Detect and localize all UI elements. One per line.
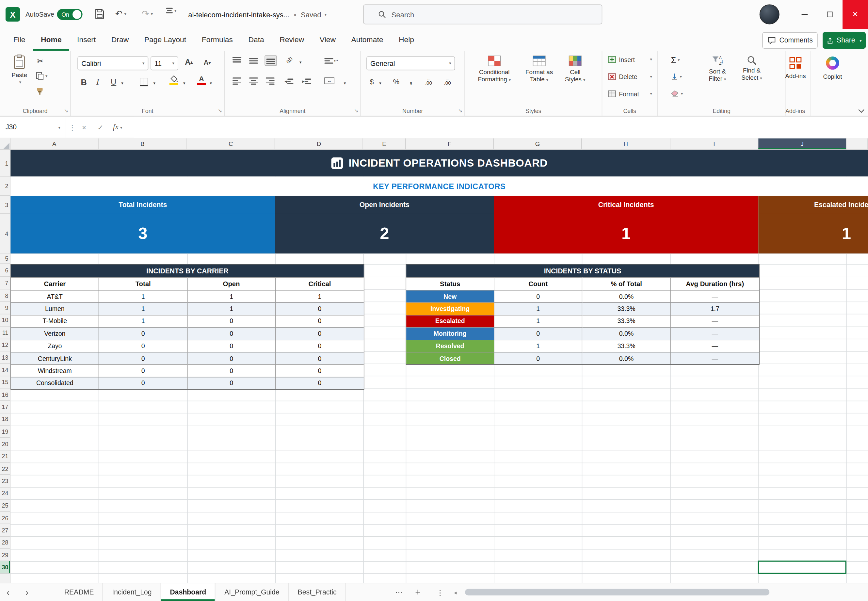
row-header-2[interactable]: 2: [0, 176, 10, 196]
document-title-area[interactable]: ai-telecom-incident-intake-sys... • Save…: [188, 0, 327, 29]
quick-access-toolbar-icon[interactable]: ▾: [166, 8, 177, 14]
column-header-B[interactable]: B: [99, 139, 187, 149]
row-header-28[interactable]: 28: [0, 537, 10, 549]
decrease-indent-button[interactable]: ◂: [285, 78, 293, 85]
row-header-15[interactable]: 15: [0, 376, 10, 389]
comma-style-button[interactable]: ,: [410, 75, 412, 86]
row-header-19[interactable]: 19: [0, 426, 10, 438]
column-header-C[interactable]: C: [187, 139, 275, 149]
status-header-cell[interactable]: Avg Duration (hrs): [671, 277, 759, 290]
cell[interactable]: —: [671, 315, 759, 327]
cell[interactable]: Windstream: [11, 364, 99, 377]
row-header-29[interactable]: 29: [0, 549, 10, 561]
cell[interactable]: 0: [495, 352, 583, 364]
cell[interactable]: 1: [99, 290, 187, 302]
cell[interactable]: 0: [276, 352, 364, 364]
cut-button[interactable]: ✂: [37, 56, 44, 65]
row-header-10[interactable]: 10: [0, 314, 10, 326]
cell[interactable]: 1: [99, 302, 187, 315]
bottom-align-button[interactable]: [265, 55, 277, 66]
kpi-value-4[interactable]: 1: [758, 214, 868, 253]
cell[interactable]: 1: [276, 290, 364, 302]
cancel-button[interactable]: ×: [82, 117, 86, 137]
cell[interactable]: AT&T: [11, 290, 99, 302]
ribbon-tab-view[interactable]: View: [312, 29, 344, 51]
cell[interactable]: 1: [99, 315, 187, 327]
delete-cells-button[interactable]: Delete ▾: [608, 73, 652, 80]
sheet-tab-best_practic[interactable]: Best_Practic: [289, 583, 346, 601]
fill-button[interactable]: ▾: [671, 73, 682, 80]
alignment-dialog-launcher[interactable]: ↘: [354, 108, 358, 113]
cell[interactable]: 0: [276, 377, 364, 389]
kpi-value-3[interactable]: 1: [494, 214, 758, 253]
row-header-24[interactable]: 24: [0, 487, 10, 500]
excel-logo-icon[interactable]: X: [6, 7, 20, 21]
format-painter-button[interactable]: [36, 87, 44, 95]
ribbon-tab-draw[interactable]: Draw: [104, 29, 137, 51]
find-select-button[interactable]: Find & Select▾: [735, 55, 768, 82]
copy-button[interactable]: ▾: [36, 72, 47, 80]
cell[interactable]: 0.0%: [582, 327, 671, 340]
grow-font-button[interactable]: A▴: [185, 58, 193, 66]
name-box[interactable]: J30 ▾: [0, 117, 65, 137]
align-left-button[interactable]: [233, 78, 241, 85]
select-all-button[interactable]: [0, 139, 11, 150]
status-cell[interactable]: New: [406, 290, 495, 302]
cell[interactable]: Zayo: [11, 340, 99, 352]
row-header-8[interactable]: 8: [0, 290, 10, 302]
font-size-combobox[interactable]: 11 ▾: [151, 56, 178, 70]
sort-filter-button[interactable]: AZ Sort & Filter▾: [702, 55, 733, 83]
clear-button[interactable]: ▾: [671, 90, 683, 97]
cell[interactable]: 33.3%: [582, 302, 671, 315]
kpi-label-1[interactable]: Total Incidents: [11, 196, 275, 214]
cell[interactable]: 33.3%: [582, 315, 671, 327]
status-header-cell[interactable]: Status: [406, 277, 495, 290]
next-sheet-button[interactable]: ›: [26, 583, 28, 601]
comments-button[interactable]: Comments: [762, 32, 818, 49]
column-header-E[interactable]: E: [363, 139, 406, 149]
number-format-combobox[interactable]: General ▾: [366, 56, 455, 70]
format-as-table-button[interactable]: Format as Table▾: [522, 55, 557, 83]
ribbon-tab-file[interactable]: File: [6, 29, 33, 51]
cell[interactable]: 0: [188, 327, 276, 340]
accounting-format-button[interactable]: $: [370, 78, 373, 85]
row-header-27[interactable]: 27: [0, 524, 10, 537]
cell[interactable]: 0: [99, 352, 187, 364]
sheet-options-icon[interactable]: ⋮: [436, 583, 444, 601]
cell[interactable]: 0: [99, 340, 187, 352]
cell[interactable]: 0: [99, 364, 187, 377]
ribbon-tab-review[interactable]: Review: [272, 29, 312, 51]
carrier-header-cell[interactable]: Carrier: [11, 277, 99, 290]
cell-styles-button[interactable]: Cell Styles▾: [557, 55, 593, 83]
cell[interactable]: Verizon: [11, 327, 99, 340]
row-header-20[interactable]: 20: [0, 438, 10, 450]
cell[interactable]: T-Mobile: [11, 315, 99, 327]
horizontal-scrollbar[interactable]: [465, 589, 769, 595]
column-header-G[interactable]: G: [494, 139, 582, 149]
top-align-button[interactable]: [233, 57, 241, 64]
formula-bar-menu-icon[interactable]: ⋮: [69, 117, 76, 137]
search-input[interactable]: Search: [363, 5, 602, 24]
maximize-button[interactable]: [817, 0, 842, 29]
row-header-17[interactable]: 17: [0, 401, 10, 413]
save-icon[interactable]: [94, 8, 105, 20]
minimize-button[interactable]: [792, 0, 817, 29]
align-center-button[interactable]: [249, 78, 258, 85]
kpi-label-4[interactable]: Escalated Incidents: [758, 196, 868, 214]
cell[interactable]: 0: [188, 364, 276, 377]
ribbon-tab-insert[interactable]: Insert: [69, 29, 104, 51]
orientation-button[interactable]: ab: [286, 56, 292, 63]
autosave-toggle[interactable]: On: [57, 9, 82, 20]
previous-sheet-button[interactable]: ‹: [6, 583, 9, 601]
cell[interactable]: 0: [276, 315, 364, 327]
scroll-left-icon[interactable]: ◂: [454, 583, 457, 601]
row-header-12[interactable]: 12: [0, 339, 10, 351]
redo-button[interactable]: ↷▾: [142, 8, 153, 20]
row-header-21[interactable]: 21: [0, 450, 10, 462]
close-button[interactable]: ×: [842, 0, 868, 29]
font-color-button[interactable]: A: [197, 75, 206, 85]
merge-center-button[interactable]: ↔: [324, 78, 334, 84]
row-header-23[interactable]: 23: [0, 475, 10, 487]
addins-button[interactable]: Add-ins: [782, 56, 810, 80]
row-header-14[interactable]: 14: [0, 364, 10, 376]
